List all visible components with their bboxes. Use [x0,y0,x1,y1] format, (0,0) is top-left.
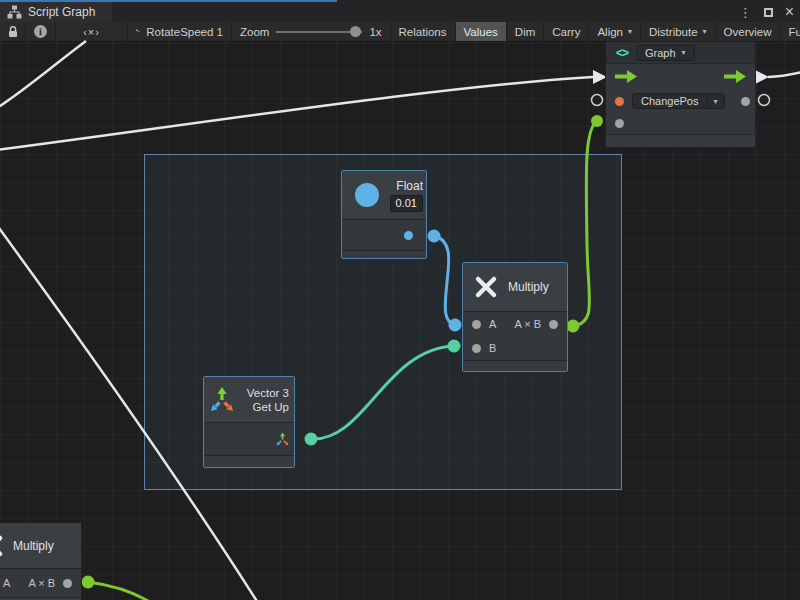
wire-multiply2-output[interactable] [88,582,150,600]
node-graph-event[interactable]: <> Graph ▾ [605,41,756,148]
flow-input-port[interactable] [615,70,637,83]
tab-title: Script Graph [28,5,95,19]
node-float[interactable]: Float 0.01 [341,170,427,259]
relations-toggle[interactable]: Relations [390,22,455,41]
window-controls: ⋮ × [739,2,794,22]
wire-out-of-event-node[interactable] [768,72,800,77]
distribute-label: Distribute [649,26,698,38]
multiply-input-b-port[interactable] [472,344,481,353]
node-title: Vector 3 [247,386,289,400]
graph-canvas[interactable]: Float 0.01 Multiply [0,42,800,600]
multiply-input-a-port[interactable] [472,320,481,329]
flow-arrow-out [755,70,769,84]
node-subtitle: Get Up [253,400,289,414]
node-footer [342,250,426,258]
float-type-icon [355,183,379,207]
node-event-header: <> Graph ▾ [606,42,755,63]
event-value-row [606,113,755,134]
event-input-port[interactable] [615,97,624,106]
node-multiply2-header: Multiply [0,523,81,568]
multiply-row-a: A A × B [463,312,567,336]
node-title: Multiply [13,539,54,553]
wire-offscreen-topleft[interactable] [0,41,86,108]
graph-dropdown[interactable]: Graph ▾ [636,45,695,61]
edit-source-button[interactable]: ‹×› [56,22,128,41]
zoom-slider-handle[interactable] [350,26,361,37]
vector3-output-row [204,423,294,455]
chevron-down-icon: ▾ [703,27,707,36]
dim-toggle[interactable]: Dim [506,22,543,41]
port-label: B [489,342,496,354]
graph-asset-icon [136,24,140,39]
wire-endpoint-dot [82,576,95,589]
node-multiply-partial[interactable]: Multiply A A × B [0,522,82,600]
unconnected-port-circle-right [759,95,770,106]
graph-asset-selector[interactable]: RotateSpeed 1 [128,22,232,41]
event-output-port[interactable] [741,97,750,106]
float-value-field[interactable]: 0.01 [390,195,423,212]
port-label: A [3,577,10,589]
float-output-row [342,220,426,250]
values-label: Values [464,26,498,38]
multiply-icon [0,533,5,559]
align-label: Align [597,26,623,38]
multiply-icon [473,274,499,300]
node-float-header: Float 0.01 [342,171,426,219]
script-graph-icon [7,5,22,19]
graph-toolbar: i ‹×› RotateSpeed 1 Zoom 1x Relations Va… [0,22,800,42]
event-target-row: ChangePos ▾ [606,89,755,113]
wire-into-event-node[interactable] [0,77,593,150]
node-title: Multiply [508,280,549,294]
flow-output-port[interactable] [724,70,746,83]
multiply-row-b: B [463,336,567,360]
node-footer [606,134,755,147]
wire-endpoint-dot [591,115,603,127]
event-flow-row [606,64,755,89]
panel-menu-icon[interactable]: ⋮ [739,6,752,19]
overview-button[interactable]: Overview [715,22,780,41]
node-footer [463,360,567,371]
multiply2-row-a: A A × B [0,569,81,597]
zoom-control: Zoom 1x [232,22,390,41]
carry-label: Carry [552,26,580,38]
values-toggle[interactable]: Values [455,22,506,41]
distribute-menu-button[interactable]: Distribute ▾ [640,22,715,41]
code-brackets-icon: ‹×› [83,26,100,38]
node-vector3-get-up[interactable]: Vector 3 Get Up [203,376,295,468]
align-menu-button[interactable]: Align ▾ [588,22,640,41]
info-button[interactable]: i [26,22,56,41]
event-value-input-port[interactable] [615,119,624,128]
close-icon[interactable]: × [785,4,794,20]
lock-button[interactable] [0,22,26,41]
multiply-output-port[interactable] [549,320,558,329]
tab-bar: Script Graph ⋮ × [0,0,800,22]
float-output-port[interactable] [404,231,413,240]
maximize-icon[interactable] [764,8,773,17]
node-title: Float [396,179,423,193]
zoom-slider[interactable] [276,31,362,33]
vector3-icon [208,386,236,414]
node-vector3-header: Vector 3 Get Up [204,377,294,422]
port-label: A [489,318,496,330]
chevron-down-icon: ▾ [628,27,632,36]
zoom-value: 1x [369,26,381,38]
overview-label: Overview [724,26,772,38]
port-label: A × B [28,577,55,589]
tab-script-graph[interactable]: Script Graph [0,2,112,22]
changepos-dropdown[interactable]: ChangePos ▾ [632,93,725,109]
unconnected-port-circle-left [592,95,603,106]
dim-label: Dim [515,26,535,38]
graph-dropdown-value: Graph [645,47,676,59]
carry-toggle[interactable]: Carry [543,22,588,41]
info-icon: i [34,25,47,38]
zoom-label: Zoom [240,26,269,38]
multiply2-output-port[interactable] [63,579,72,588]
port-label: A × B [514,318,541,330]
graph-asset-name: RotateSpeed 1 [146,26,223,38]
vector3-output-port[interactable] [275,432,290,447]
node-multiply[interactable]: Multiply A A × B B [462,262,568,372]
script-graph-window: Script Graph ⋮ × i ‹×› RotateS [0,0,800,600]
fullscreen-label: Full Screen [789,26,800,38]
chevron-down-icon: ▾ [682,48,686,57]
fullscreen-button[interactable]: Full Screen [780,22,800,41]
